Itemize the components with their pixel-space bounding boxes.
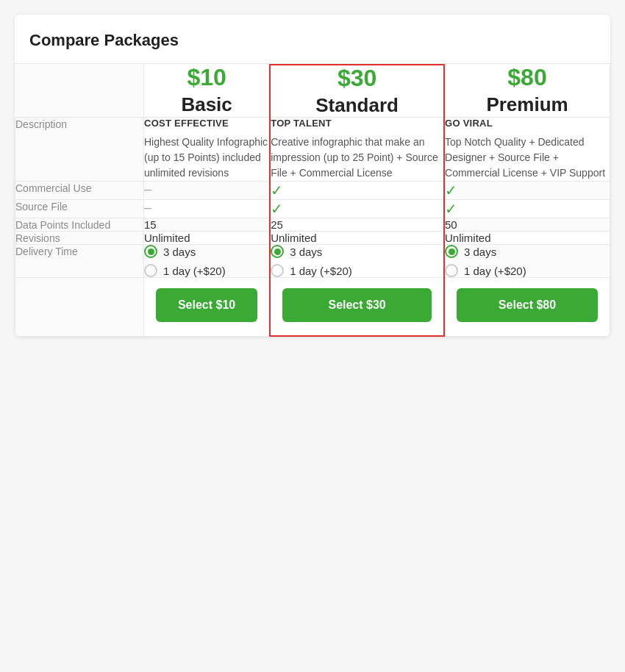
data-points-row: Data Points Included 15 25 50: [15, 218, 610, 232]
basic-1day-radio[interactable]: [144, 264, 157, 277]
premium-select-cell: Select $80: [444, 278, 610, 337]
standard-select-button[interactable]: Select $30: [282, 288, 432, 322]
compare-table: $10 Basic $30 Standard $80 Premium Descr…: [15, 64, 610, 337]
standard-3day-label: 3 days: [290, 246, 322, 258]
basic-data-points-value: 15: [144, 218, 157, 231]
basic-source-dash-icon: –: [144, 200, 269, 215]
premium-commercial-check-icon: ✓: [445, 182, 610, 199]
standard-desc-subtitle: TOP TALENT: [271, 118, 443, 129]
description-row: Description COST EFFECTIVE Highest Quali…: [15, 118, 610, 182]
source-file-label: Source File: [15, 201, 68, 212]
premium-price: $80: [445, 65, 610, 90]
premium-commercial-cell: ✓: [444, 182, 610, 200]
basic-select-button[interactable]: Select $10: [156, 288, 257, 322]
source-file-label-cell: Source File: [15, 200, 144, 218]
standard-source-cell: ✓: [270, 200, 444, 218]
standard-1day-option[interactable]: 1 day (+$20): [271, 264, 443, 277]
basic-1day-label: 1 day (+$20): [163, 265, 226, 277]
revisions-row: Revisions Unlimited Unlimited Unlimited: [15, 232, 610, 245]
standard-revisions-cell: Unlimited: [270, 232, 444, 245]
basic-delivery-options: 3 days 1 day (+$20): [144, 245, 269, 277]
description-label: Description: [15, 118, 67, 130]
basic-commercial-dash-icon: –: [144, 182, 269, 197]
basic-source-cell: –: [144, 200, 271, 218]
basic-name: Basic: [144, 93, 269, 116]
standard-description-cell: TOP TALENT Creative infographic that mak…: [270, 118, 444, 182]
delivery-label-cell: Delivery Time: [15, 245, 144, 278]
standard-revisions-value: Unlimited: [271, 232, 317, 244]
empty-header-cell: [15, 65, 144, 118]
premium-delivery-options: 3 days 1 day (+$20): [445, 245, 610, 277]
premium-name: Premium: [445, 93, 610, 116]
basic-package-header: $10 Basic: [144, 65, 271, 118]
basic-desc-text: Highest Quality Infographic (up to 15 Po…: [144, 135, 269, 181]
premium-source-check-icon: ✓: [445, 200, 610, 218]
premium-1day-option[interactable]: 1 day (+$20): [445, 264, 610, 277]
premium-package-header: $80 Premium: [444, 65, 610, 118]
basic-description-cell: COST EFFECTIVE Highest Quality Infograph…: [144, 118, 271, 182]
premium-revisions-cell: Unlimited: [444, 232, 610, 245]
standard-delivery-cell: 3 days 1 day (+$20): [270, 245, 444, 278]
standard-select-cell: Select $30: [270, 278, 444, 337]
basic-revisions-value: Unlimited: [144, 232, 190, 244]
standard-name: Standard: [271, 94, 443, 117]
standard-price: $30: [271, 65, 443, 91]
commercial-use-label: Commercial Use: [15, 182, 91, 194]
basic-3day-option[interactable]: 3 days: [144, 245, 269, 258]
commercial-use-label-cell: Commercial Use: [15, 182, 144, 200]
basic-commercial-cell: –: [144, 182, 271, 200]
premium-select-button[interactable]: Select $80: [457, 288, 598, 322]
premium-3day-option[interactable]: 3 days: [445, 245, 610, 258]
premium-desc-text: Top Notch Quality + Dedicated Designer +…: [445, 135, 610, 181]
premium-desc-subtitle: GO VIRAL: [445, 118, 610, 129]
select-empty-cell: [15, 278, 144, 337]
premium-data-points-value: 50: [445, 218, 457, 231]
data-points-label-cell: Data Points Included: [15, 218, 144, 232]
standard-delivery-options: 3 days 1 day (+$20): [271, 245, 443, 277]
standard-3day-radio[interactable]: [271, 245, 284, 258]
revisions-label: Revisions: [15, 232, 60, 244]
standard-package-header: $30 Standard: [270, 65, 444, 118]
premium-data-points-cell: 50: [444, 218, 610, 232]
delivery-label: Delivery Time: [15, 246, 78, 257]
source-file-row: Source File – ✓ ✓: [15, 200, 610, 218]
standard-data-points-cell: 25: [270, 218, 444, 232]
description-label-cell: Description: [15, 118, 144, 182]
commercial-use-row: Commercial Use – ✓ ✓: [15, 182, 610, 200]
standard-commercial-check-icon: ✓: [271, 182, 443, 199]
standard-source-check-icon: ✓: [271, 200, 443, 218]
standard-desc-text: Creative infographic that make an impres…: [271, 135, 443, 181]
revisions-label-cell: Revisions: [15, 232, 144, 245]
standard-data-points-value: 25: [271, 218, 283, 231]
page-title: Compare Packages: [15, 15, 610, 64]
basic-3day-radio[interactable]: [144, 245, 157, 258]
premium-1day-label: 1 day (+$20): [464, 265, 526, 277]
standard-3day-option[interactable]: 3 days: [271, 245, 443, 258]
premium-description-cell: GO VIRAL Top Notch Quality + Dedicated D…: [444, 118, 610, 182]
premium-delivery-cell: 3 days 1 day (+$20): [444, 245, 610, 278]
standard-1day-label: 1 day (+$20): [290, 265, 352, 277]
data-points-label: Data Points Included: [15, 219, 110, 231]
delivery-row: Delivery Time 3 days 1 day (+$20): [15, 245, 610, 278]
standard-1day-radio[interactable]: [271, 264, 284, 277]
basic-desc-subtitle: COST EFFECTIVE: [144, 118, 269, 129]
premium-3day-label: 3 days: [464, 246, 496, 258]
select-buttons-row: Select $10 Select $30 Select $80: [15, 278, 610, 337]
standard-commercial-cell: ✓: [270, 182, 444, 200]
compare-packages-container: Compare Packages $10 Basic $30 Standard …: [15, 15, 610, 337]
premium-source-cell: ✓: [444, 200, 610, 218]
basic-data-points-cell: 15: [144, 218, 271, 232]
premium-1day-radio[interactable]: [445, 264, 458, 277]
basic-price: $10: [144, 65, 269, 90]
basic-3day-label: 3 days: [163, 246, 196, 258]
basic-revisions-cell: Unlimited: [144, 232, 271, 245]
basic-1day-option[interactable]: 1 day (+$20): [144, 264, 269, 277]
basic-delivery-cell: 3 days 1 day (+$20): [144, 245, 271, 278]
premium-3day-radio[interactable]: [445, 245, 458, 258]
basic-select-cell: Select $10: [144, 278, 271, 337]
premium-revisions-value: Unlimited: [445, 232, 491, 244]
